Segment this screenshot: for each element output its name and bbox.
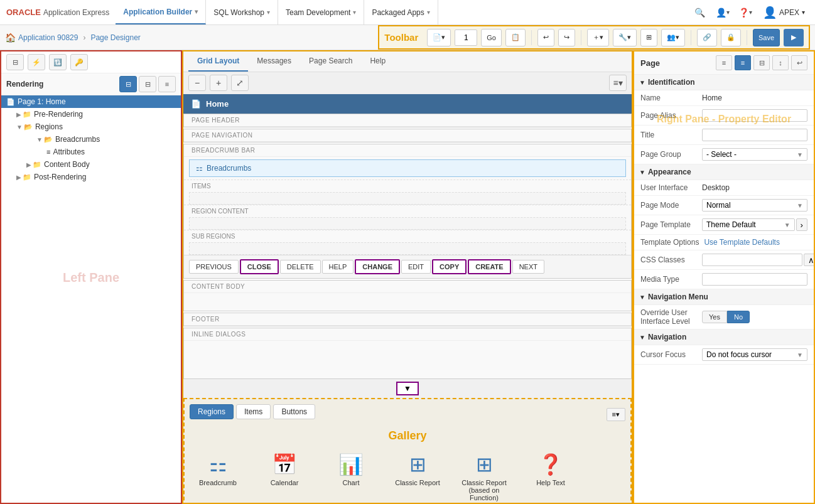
tree-item-content-body[interactable]: ▶ 📁 Content Body: [1, 158, 181, 171]
toggle-post-render[interactable]: ▶: [16, 174, 21, 181]
breadcrumb-page-designer[interactable]: Page Designer: [90, 33, 140, 42]
right-tool-btn-1[interactable]: ≡: [716, 55, 732, 70]
tree-item-attributes[interactable]: ≡ Attributes: [1, 146, 181, 158]
btn-help[interactable]: HELP: [322, 260, 354, 274]
prop-alias-input[interactable]: [702, 109, 807, 122]
section-label-footer: FOOTER: [184, 313, 631, 326]
gallery-item-help-text[interactable]: ❓ Help Text: [522, 448, 579, 503]
override-ui-toggle: Yes No: [702, 311, 750, 323]
add-btn[interactable]: ＋▾: [587, 29, 609, 46]
btn-delete[interactable]: DELETE: [280, 260, 321, 274]
prop-page-template: Page Template Theme Default ▼ ›: [634, 215, 814, 235]
nav-tab-packaged-apps[interactable]: Packaged Apps ▾: [364, 0, 438, 24]
nav-tab-app-builder[interactable]: Application Builder ▾: [116, 0, 206, 24]
gallery-item-classic-report-fn[interactable]: ⊞ Classic Report(based onFunction): [456, 448, 512, 503]
toggle-pre-render[interactable]: ▶: [16, 111, 21, 118]
users-btn[interactable]: 👥▾: [661, 29, 685, 46]
shared-components-btn[interactable]: 🔗: [697, 29, 717, 46]
tree-menu-btn[interactable]: ≡: [158, 76, 176, 92]
gallery-tab-items[interactable]: Items: [236, 404, 271, 419]
collapse-left-arrow[interactable]: ◀: [182, 220, 183, 245]
tree-item-pre-render[interactable]: ▶ 📁 Pre-Rendering: [1, 108, 181, 121]
nav-tab-team-dev[interactable]: Team Development ▾: [278, 0, 364, 24]
gallery-menu-btn[interactable]: ≡▾: [607, 408, 625, 421]
section-nav-menu[interactable]: ▼ Navigation Menu: [634, 289, 814, 305]
go-btn[interactable]: Go: [481, 29, 502, 46]
breadcrumb-app[interactable]: 🏠 Application 90829: [5, 33, 78, 43]
right-tool-btn-5[interactable]: ↩: [791, 55, 807, 70]
toggle-yes-btn[interactable]: Yes: [702, 311, 727, 323]
css-classes-expand-btn[interactable]: ∧: [804, 254, 814, 266]
left-tool-btn-4[interactable]: 🔑: [70, 54, 88, 70]
prop-template-options-link[interactable]: Use Template Defaults: [704, 238, 807, 247]
toolbar-section: Toolbar 📄▾ Go 📋 ↩ ↪ ＋▾ 🔧▾ ⊞ 👥▾ 🔗 🔒 Save …: [378, 25, 810, 50]
right-tool-btn-4[interactable]: ↕: [772, 55, 789, 70]
prop-page-template-select[interactable]: Theme Default ▼: [702, 218, 795, 231]
tab-grid-layout[interactable]: Grid Layout: [188, 51, 248, 72]
gallery-item-breadcrumb[interactable]: ⚏ Breadcrumb: [190, 448, 246, 503]
right-tool-btn-2[interactable]: ≡: [735, 55, 751, 70]
save-btn[interactable]: Save: [753, 29, 780, 46]
right-tool-btn-3[interactable]: ⊟: [753, 55, 770, 70]
toggle-breadcrumbs[interactable]: ▼: [36, 136, 43, 143]
tree-item-breadcrumbs[interactable]: ▼ 📂 Breadcrumbs: [1, 133, 181, 146]
user-icon-btn[interactable]: 👤 ▾: [713, 4, 733, 21]
classic-report-fn-gallery-icon: ⊞: [476, 453, 493, 476]
gallery-tab-regions[interactable]: Regions: [190, 404, 234, 419]
breadcrumb-region[interactable]: ⚏ Breadcrumbs: [189, 159, 626, 177]
help-icon-btn[interactable]: ❓ ▾: [735, 4, 755, 21]
section-navigation[interactable]: ▼ Navigation: [634, 330, 814, 345]
tree-item-post-render[interactable]: ▶ 📁 Post-Rendering: [1, 171, 181, 183]
gallery-item-chart[interactable]: 📊 Chart: [323, 448, 379, 503]
prop-page-mode-select[interactable]: Normal ▼: [702, 199, 807, 212]
run-btn[interactable]: ▶: [784, 29, 804, 46]
prop-css-classes-input[interactable]: [702, 254, 802, 266]
btn-close[interactable]: CLOSE: [240, 259, 279, 274]
copy-page-btn[interactable]: 📋: [505, 29, 526, 46]
prop-title-input[interactable]: [702, 129, 807, 141]
tree-item-regions[interactable]: ▼ 📂 Regions: [1, 121, 181, 133]
expand-btn[interactable]: ⤢: [231, 75, 249, 91]
zoom-in-btn[interactable]: +: [210, 75, 227, 91]
page-number-input[interactable]: [455, 29, 477, 46]
prop-cursor-focus-select[interactable]: Do not focus cursor ▼: [702, 348, 807, 361]
btn-previous[interactable]: PREVIOUS: [189, 260, 239, 274]
nav-tab-sql-workshop[interactable]: SQL Workshop ▾: [206, 0, 278, 24]
tools-btn[interactable]: 🔧▾: [613, 29, 637, 46]
zoom-out-btn[interactable]: −: [188, 75, 206, 91]
gallery-item-calendar[interactable]: 📅 Calendar: [256, 448, 313, 503]
gallery-toggle-btn[interactable]: ▼: [396, 382, 419, 395]
page-file-btn[interactable]: 📄▾: [427, 29, 451, 46]
btn-create[interactable]: CREATE: [468, 259, 510, 274]
tab-page-search[interactable]: Page Search: [300, 51, 361, 72]
gallery-item-classic-report[interactable]: ⊞ Classic Report: [389, 448, 446, 503]
tree-item-page1[interactable]: 📄 Page 1: Home: [1, 95, 181, 108]
left-tool-btn-3[interactable]: 🔃: [49, 54, 67, 70]
left-tool-btn-2[interactable]: ⚡: [28, 54, 45, 70]
toggle-no-btn[interactable]: No: [727, 311, 750, 323]
page-locks-btn[interactable]: 🔒: [721, 29, 741, 46]
gallery-tab-buttons[interactable]: Buttons: [273, 404, 315, 419]
btn-edit[interactable]: EDIT: [401, 260, 431, 274]
prop-page-group-select[interactable]: - Select - ▼: [702, 148, 807, 161]
btn-change[interactable]: CHANGE: [355, 259, 400, 274]
grid-btn[interactable]: ⊞: [640, 29, 657, 46]
left-tool-btn-1[interactable]: ⊟: [6, 54, 24, 70]
tab-help[interactable]: Help: [361, 51, 394, 72]
central-menu-btn[interactable]: ≡▾: [609, 75, 627, 91]
btn-next[interactable]: NEXT: [512, 260, 544, 274]
page-template-nav-btn[interactable]: ›: [796, 218, 807, 231]
nav-user[interactable]: 👤 APEX ▾: [758, 6, 810, 19]
search-icon-btn[interactable]: 🔍: [690, 4, 710, 21]
tree-sort-btn-2[interactable]: ⊟: [139, 76, 156, 92]
prop-media-type-input[interactable]: [702, 273, 807, 286]
section-identification[interactable]: ▼ Identification: [634, 75, 814, 90]
redo-btn[interactable]: ↪: [558, 29, 575, 46]
toggle-regions[interactable]: ▼: [16, 124, 23, 131]
btn-copy[interactable]: COPY: [432, 259, 467, 274]
toggle-content-body[interactable]: ▶: [26, 161, 31, 168]
section-appearance[interactable]: ▼ Appearance: [634, 164, 814, 180]
undo-btn[interactable]: ↩: [537, 29, 554, 46]
tree-sort-btn-1[interactable]: ⊟: [119, 76, 137, 92]
tab-messages[interactable]: Messages: [248, 51, 300, 72]
